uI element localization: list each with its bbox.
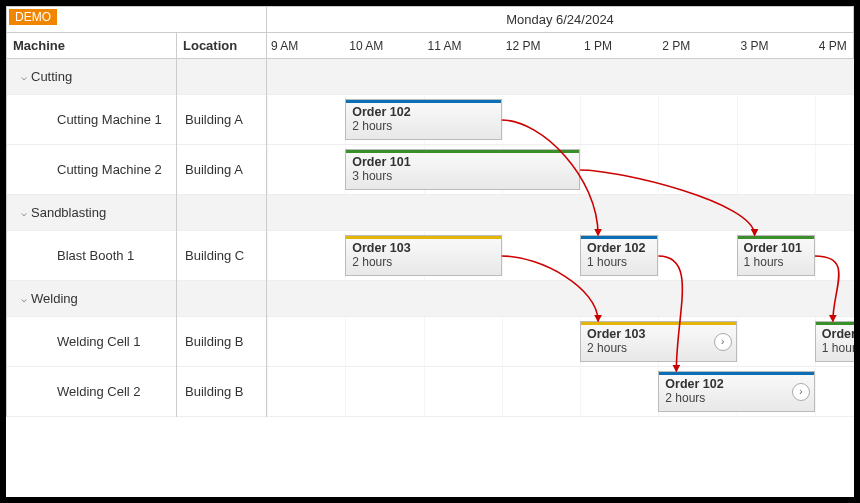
group-label: Cutting [31,69,72,84]
location-label: Building C [185,248,244,263]
event-color-bar [580,321,737,325]
group-row[interactable]: ⌵Sandblasting [7,195,176,231]
location-label: Building B [185,384,244,399]
machine-name: Cutting Machine 1 [13,112,162,127]
time-axis-label: 12 PM [506,33,541,59]
event-title: Order 101 [822,327,854,341]
event-more-button[interactable]: › [792,383,810,401]
resource-row[interactable]: Welding Cell 1 [7,317,176,367]
time-axis-label: 11 AM [428,33,462,59]
event-more-button[interactable]: › [714,333,732,351]
header-grid: Monday 6/24/2024 Machine Location 9 AM10… [6,6,854,59]
scheduler-event[interactable]: Order 1013 hours [345,149,580,190]
location-label: Building A [185,112,243,127]
scheduler-event[interactable]: Order 1022 hours [345,99,502,140]
event-color-bar [345,99,502,103]
demo-badge: DEMO [9,9,57,25]
event-duration: 2 hours [665,391,705,405]
event-color-bar [345,235,502,239]
resource-row-location: Building A [177,95,266,145]
location-label: Building A [185,162,243,177]
resource-row[interactable]: Welding Cell 2 [7,367,176,417]
event-title: Order 103 [587,327,730,341]
location-label: Building B [185,334,244,349]
time-axis-label: 3 PM [741,33,769,59]
machine-name: Cutting Machine 2 [13,162,162,177]
event-duration: 2 hours [587,341,627,355]
resource-row-location: Building B [177,367,266,417]
body-grid: ⌵CuttingCutting Machine 1Cutting Machine… [6,59,854,417]
timeline-row: Order 1032 hours›Order 1011 hours [267,317,854,367]
group-label: Sandblasting [31,205,106,220]
event-color-bar [580,235,658,239]
event-title: Order 102 [587,241,651,255]
chevron-down-icon[interactable]: ⌵ [21,71,27,82]
resource-row[interactable]: Cutting Machine 1 [7,95,176,145]
location-column: Building ABuilding ABuilding CBuilding B… [177,59,267,417]
app-frame: DEMO Monday 6/24/2024 Machine Location 9… [6,6,854,497]
column-header-machine: Machine [7,33,177,59]
timeline-rows: Order 1022 hoursOrder 1013 hoursOrder 10… [267,59,854,417]
scheduler-event[interactable]: Order 1011 hours [815,321,854,362]
event-color-bar [737,235,815,239]
machine-name: Welding Cell 2 [13,384,141,399]
timeline-row: Order 1032 hoursOrder 1021 hoursOrder 10… [267,231,854,281]
resource-row[interactable]: Blast Booth 1 [7,231,176,281]
timeline-row: Order 1013 hours [267,145,854,195]
date-header: Monday 6/24/2024 [267,7,854,33]
timeline-row: Order 1022 hours› [267,367,854,417]
timeline[interactable]: Order 1022 hoursOrder 1013 hoursOrder 10… [267,59,854,417]
time-axis-label: 9 AM [271,33,298,59]
event-color-bar [658,371,815,375]
scheduler-event[interactable]: Order 1032 hours [345,235,502,276]
time-axis-header: 9 AM10 AM11 AM12 PM1 PM2 PM3 PM4 PM [267,33,854,59]
scheduler-event[interactable]: Order 1022 hours› [658,371,815,412]
event-duration: 2 hours [352,119,392,133]
event-duration: 1 hours [744,255,784,269]
event-title: Order 101 [352,155,573,169]
event-title: Order 102 [352,105,495,119]
chevron-down-icon[interactable]: ⌵ [21,293,27,304]
timeline-row [267,195,854,231]
resource-row-location: Building C [177,231,266,281]
resource-row-location: Building A [177,145,266,195]
machine-name: Blast Booth 1 [13,248,134,263]
time-axis-label: 10 AM [349,33,383,59]
event-color-bar [345,149,580,153]
timeline-row [267,281,854,317]
scheduler-event[interactable]: Order 1011 hours [737,235,815,276]
time-axis-label: 4 PM [819,33,847,59]
group-row-location [177,195,266,231]
scheduler-event[interactable]: Order 1021 hours [580,235,658,276]
event-duration: 2 hours [352,255,392,269]
resource-row-location: Building B [177,317,266,367]
group-row[interactable]: ⌵Welding [7,281,176,317]
event-duration: 3 hours [352,169,392,183]
resource-row[interactable]: Cutting Machine 2 [7,145,176,195]
event-duration: 1 hours [822,341,854,355]
scheduler-event[interactable]: Order 1032 hours› [580,321,737,362]
group-row-location [177,281,266,317]
timeline-row [267,59,854,95]
event-title: Order 101 [744,241,808,255]
machine-name: Welding Cell 1 [13,334,141,349]
group-label: Welding [31,291,78,306]
event-title: Order 103 [352,241,495,255]
event-color-bar [815,321,854,325]
timeline-row: Order 1022 hours [267,95,854,145]
time-axis-label: 2 PM [662,33,690,59]
machine-column: ⌵CuttingCutting Machine 1Cutting Machine… [7,59,177,417]
time-axis-label: 1 PM [584,33,612,59]
event-duration: 1 hours [587,255,627,269]
group-row[interactable]: ⌵Cutting [7,59,176,95]
chevron-down-icon[interactable]: ⌵ [21,207,27,218]
event-title: Order 102 [665,377,808,391]
column-header-location: Location [177,33,267,59]
group-row-location [177,59,266,95]
